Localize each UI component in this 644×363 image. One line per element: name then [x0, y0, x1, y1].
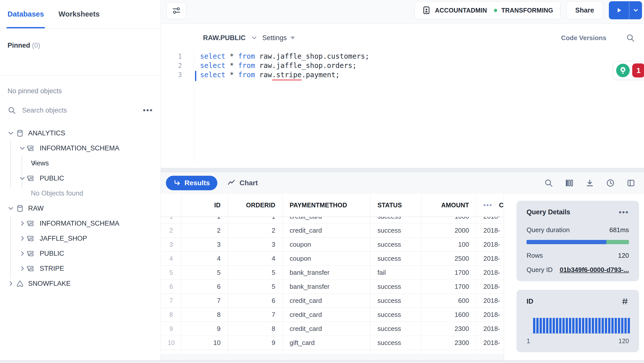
table-cell: 8: [182, 308, 228, 322]
issue-count-badge: 1: [632, 63, 644, 77]
tree-item-stripe[interactable]: STRIPE: [0, 261, 161, 276]
database-context-dropdown[interactable]: RAW.PUBLIC: [203, 34, 258, 42]
tree-item-label: PUBLIC: [40, 250, 64, 257]
results-table[interactable]: IDORDERIDPAYMENTMETHODSTATUSAMOUNT•••C11…: [161, 194, 504, 360]
editor-search-button[interactable]: [626, 33, 635, 42]
table-cell: credit_card: [283, 294, 370, 308]
table-row[interactable]: 444couponsuccess25002018-: [161, 252, 504, 266]
code-line[interactable]: 3select * from raw.stripe.payment;: [161, 70, 644, 79]
tab-databases[interactable]: Databases: [8, 0, 44, 28]
chevron-right-icon[interactable]: [19, 265, 26, 272]
histogram-bar: [608, 318, 610, 333]
table-cell: [161, 350, 182, 354]
table-row[interactable]: 887credit_cardsuccess16002018-: [161, 308, 504, 322]
row-number-header: [161, 194, 182, 217]
table-row[interactable]: 333couponsuccess1002018-: [161, 238, 504, 252]
sql-editor: RAW.PUBLIC Settings Code Versions 1selec…: [161, 24, 644, 168]
tree-item-information-schema[interactable]: INFORMATION_SCHEMA: [0, 216, 161, 231]
chevron-down-icon[interactable]: [19, 145, 26, 151]
column-header-STATUS[interactable]: STATUS: [370, 194, 422, 217]
warehouse-status-dot: [494, 9, 497, 12]
download-button[interactable]: [585, 178, 594, 188]
chevron-right-icon[interactable]: [19, 235, 26, 242]
chevron-down-icon[interactable]: [19, 175, 26, 182]
copilot-widget[interactable]: 1: [613, 61, 644, 80]
table-row[interactable]: 555bank_transferfail17002018-: [161, 266, 504, 280]
code-text: select * from raw.jaffle_shop.orders;: [200, 61, 357, 70]
table-cell: success: [370, 224, 422, 237]
tree-item-raw[interactable]: RAW: [0, 201, 161, 216]
sidebar: Databases Worksheets Pinned (0) No pinne…: [0, 0, 161, 363]
tree-item-label: PUBLIC: [40, 174, 64, 182]
chevron-down-icon[interactable]: [8, 130, 14, 136]
tree-item-jaffle-shop[interactable]: JAFFLE_SHOP: [0, 231, 161, 246]
search-icon: [626, 33, 635, 42]
query-id-link[interactable]: 01b349f6-0000-d793-...: [560, 266, 629, 274]
table-cell: 4: [228, 252, 283, 265]
table-row[interactable]: 776credit_cardsuccess6002018-: [161, 294, 504, 308]
chevron-right-icon[interactable]: [19, 220, 26, 227]
table-row[interactable]: 222credit_cardsuccess20002018-: [161, 224, 504, 238]
panel-resize-handle[interactable]: [161, 168, 644, 172]
code-line[interactable]: 1select * from raw.jaffle_shop.customers…: [161, 52, 644, 61]
code-text: select * from raw.stripe.payment;: [200, 71, 340, 79]
tab-worksheets[interactable]: Worksheets: [58, 0, 100, 28]
query-details-more-icon[interactable]: •••: [619, 211, 629, 214]
table-cell: 1700: [422, 266, 476, 280]
share-button[interactable]: Share: [566, 1, 603, 19]
tree-item-public[interactable]: PUBLIC: [0, 171, 161, 186]
context-selector[interactable]: ACCOUNTADMIN TRANSFORMING: [415, 1, 560, 19]
run-button[interactable]: [609, 1, 629, 19]
column-header-AMOUNT[interactable]: AMOUNT: [422, 194, 476, 217]
tree-item-label: INFORMATION_SCHEMA: [40, 220, 119, 227]
tree-item-public[interactable]: PUBLIC: [0, 246, 161, 261]
chevron-right-icon[interactable]: [8, 280, 14, 287]
id-histogram[interactable]: 1 120: [527, 312, 629, 345]
clipped-first-row: 111credit_cardsuccess10002018-: [161, 217, 504, 224]
horizontal-scrollbar[interactable]: [0, 360, 644, 363]
tree-item-analytics[interactable]: ANALYTICS: [0, 126, 161, 141]
tree-item-no-objects-found[interactable]: No Objects found: [0, 186, 161, 201]
tab-results[interactable]: Results: [166, 176, 217, 190]
column-header-ORDERID[interactable]: ORDERID: [228, 194, 283, 217]
row-number-cell: 9: [161, 322, 182, 336]
table-cell: 600: [422, 294, 476, 308]
tree-item-information-schema[interactable]: INFORMATION_SCHEMA: [0, 141, 161, 156]
table-row[interactable]: 10109gift_cardsuccess23002018-: [161, 336, 504, 350]
table-row[interactable]: 665bank_transfersuccess17002018-: [161, 280, 504, 294]
tree-item-views[interactable]: Views: [0, 156, 161, 171]
run-options-button[interactable]: [629, 1, 642, 19]
column-more-icon[interactable]: •••: [483, 201, 492, 209]
search-results-button[interactable]: [544, 178, 553, 188]
histogram-bar: [559, 318, 561, 333]
chevron-down-icon[interactable]: [8, 205, 14, 212]
schema-icon: [26, 144, 34, 152]
query-details-panel: Query Details ••• Query duration 681ms R…: [504, 194, 644, 360]
table-row[interactable]: 111credit_cardsuccess10002018-: [161, 217, 504, 224]
table-cell: [476, 350, 504, 354]
table-row[interactable]: 998credit_cardsuccess23002018-: [161, 322, 504, 336]
column-header-C[interactable]: •••C: [476, 194, 504, 217]
tab-chart[interactable]: Chart: [227, 179, 258, 187]
chevron-right-icon[interactable]: [19, 250, 26, 257]
tree-item-snowflake[interactable]: SNOWFLAKE: [0, 276, 161, 291]
object-search[interactable]: Search objects •••: [8, 106, 153, 115]
split-panel-button[interactable]: [626, 178, 635, 188]
database-icon: [16, 129, 24, 137]
table-cell: 1: [182, 217, 228, 223]
sidebar-more-icon[interactable]: •••: [143, 109, 153, 112]
filters-button[interactable]: [166, 2, 186, 19]
code-area[interactable]: 1select * from raw.jaffle_shop.customers…: [161, 52, 644, 79]
columns-button[interactable]: [565, 178, 574, 188]
chart-tab-label: Chart: [239, 179, 258, 187]
column-header-PAYMENTMETHOD[interactable]: PAYMENTMETHOD: [283, 194, 370, 217]
table-cell: 1000: [422, 217, 476, 223]
column-header-ID[interactable]: ID: [182, 194, 228, 217]
settings-dropdown[interactable]: Settings: [262, 34, 295, 42]
histogram-bar: [553, 318, 555, 333]
text-cursor: [195, 71, 196, 81]
code-versions-link[interactable]: Code Versions: [561, 34, 606, 42]
history-clock-button[interactable]: [606, 178, 615, 188]
code-line[interactable]: 2select * from raw.jaffle_shop.orders;: [161, 61, 644, 70]
results-tab-label: Results: [184, 179, 210, 187]
